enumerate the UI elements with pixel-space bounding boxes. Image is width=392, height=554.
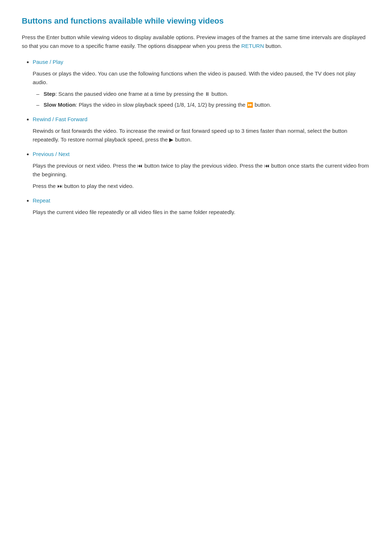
rewind-ff-separator: / [52, 116, 55, 122]
intro-text-after: button. [264, 43, 282, 49]
page-title: Buttons and functions available while vi… [22, 15, 370, 27]
list-item-previous-next: Previous / Next Plays the previous or ne… [33, 150, 370, 190]
step-term: Step [44, 91, 56, 97]
pause-play-header: Pause / Play [33, 58, 370, 66]
pause-play-separator: / [50, 59, 53, 65]
rewind-label: Rewind [33, 116, 51, 122]
intro-paragraph: Press the Enter button while viewing vid… [22, 33, 370, 50]
previous-next-header: Previous / Next [33, 150, 370, 159]
fast-forward-icon: ⏩ [247, 102, 253, 108]
slow-motion-desc-end: button. [253, 102, 271, 108]
fast-forward-label: Fast Forward [56, 116, 87, 122]
intro-text-before: Press the Enter button while viewing vid… [22, 34, 366, 49]
rewind-fastforward-body: Rewinds or fast forwards the video. To i… [33, 127, 370, 144]
previous-next-extra: Press the ⏭ button to play the next vide… [33, 182, 370, 190]
subitem-step: Step: Scans the paused video one frame a… [36, 90, 370, 98]
step-desc-end: button. [210, 91, 228, 97]
repeat-header: Repeat [33, 196, 370, 205]
pause-play-body: Pauses or plays the video. You can use t… [33, 69, 370, 87]
main-list: Pause / Play Pauses or plays the video. … [22, 58, 370, 217]
list-item-repeat: Repeat Plays the current video file repe… [33, 196, 370, 217]
step-desc: : Scans the paused video one frame at a … [56, 91, 205, 97]
pause-icon: ⏸ [205, 91, 210, 97]
previous-label: Previous [33, 151, 54, 157]
repeat-label: Repeat [33, 197, 50, 204]
slow-motion-term: Slow Motion [44, 102, 75, 108]
pause-play-sublist: Step: Scans the paused video one frame a… [33, 90, 370, 109]
list-item-rewind-fastforward: Rewind / Fast Forward Rewinds or fast fo… [33, 115, 370, 144]
previous-next-separator: / [56, 151, 58, 157]
play-label: Play [53, 59, 63, 65]
rewind-fastforward-header: Rewind / Fast Forward [33, 115, 370, 124]
slow-motion-desc: : Plays the video in slow playback speed… [75, 102, 247, 108]
subitem-slow-motion: Slow Motion: Plays the video in slow pla… [36, 100, 370, 109]
repeat-body: Plays the current video file repeatedly … [33, 208, 370, 217]
pause-label: Pause [33, 59, 48, 65]
list-item-pause-play: Pause / Play Pauses or plays the video. … [33, 58, 370, 109]
next-label: Next [58, 151, 70, 157]
return-highlight: RETURN [241, 43, 264, 49]
previous-next-body: Plays the previous or next video. Press … [33, 161, 370, 179]
